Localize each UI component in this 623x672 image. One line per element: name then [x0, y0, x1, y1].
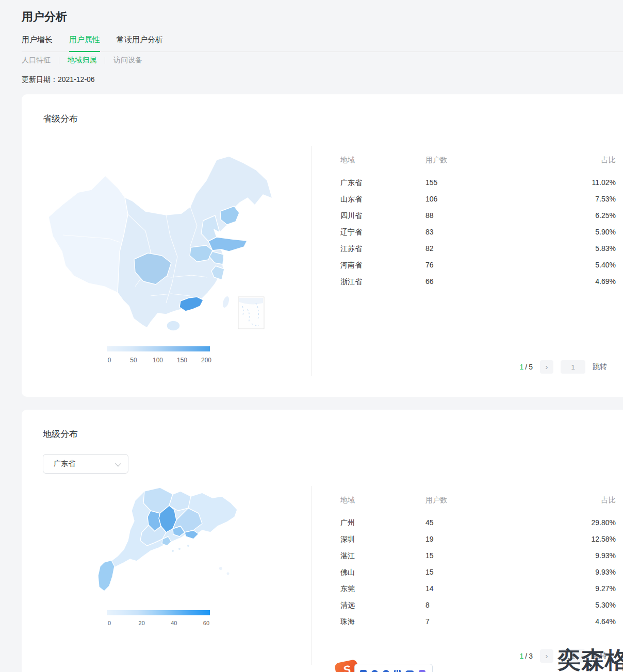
current-page: 1 [520, 652, 524, 660]
sub-tabs: 人口特征 地域归属 访问设备 [22, 56, 142, 65]
province-hainan[interactable] [167, 321, 180, 331]
table-row: 江苏省825.83% [340, 240, 616, 257]
table-row: 深圳1912.58% [340, 531, 616, 547]
users-cell: 106 [425, 191, 503, 207]
legend-tick: 100 [151, 357, 165, 364]
update-date-label: 更新日期： [22, 75, 58, 83]
province-select[interactable]: 广东省 [43, 454, 128, 474]
legend-tick: 150 [175, 357, 189, 364]
table-row: 河南省765.40% [340, 257, 616, 273]
users-cell: 15 [425, 547, 503, 564]
city-table: 地域 用户数 占比 广州4529.80% 深圳1912.58% 湛江159.93… [340, 495, 616, 630]
subtab-region[interactable]: 地域归属 [68, 56, 96, 65]
bolt-icon[interactable] [360, 670, 367, 672]
region-cell: 珠海 [340, 613, 425, 630]
tab-user-growth[interactable]: 用户增长 [22, 35, 53, 52]
islet [187, 545, 189, 547]
islet [227, 573, 229, 575]
legend-tick: 40 [167, 620, 181, 626]
next-page-button[interactable]: › [540, 649, 553, 663]
tab-user-attributes[interactable]: 用户属性 [69, 35, 100, 52]
chevron-down-icon [115, 460, 122, 466]
province-select-value: 广东省 [54, 459, 75, 468]
users-cell: 83 [425, 224, 503, 240]
legend-tick: 0 [102, 620, 117, 626]
toolbar-pill [354, 664, 433, 672]
users-cell: 45 [425, 514, 503, 531]
legend-tick: 0 [102, 357, 117, 364]
islet [172, 550, 174, 552]
card-divider [311, 146, 312, 376]
users-cell: 76 [425, 257, 503, 273]
page-separator: / [525, 363, 527, 371]
region-cell: 东莞 [340, 580, 425, 597]
page-jump-input[interactable] [561, 360, 585, 374]
city-map-legend-labels: 0 20 40 60 [102, 620, 214, 626]
chevron-right-icon: › [546, 651, 548, 660]
subtab-demographics[interactable]: 人口特征 [22, 56, 51, 65]
table-row: 四川省886.25% [340, 207, 616, 224]
user-icon[interactable] [371, 670, 378, 672]
china-map[interactable] [42, 148, 282, 336]
table-row: 辽宁省835.90% [340, 224, 616, 240]
region-cell: 清远 [340, 597, 425, 613]
next-page-button[interactable]: › [540, 360, 553, 374]
guangdong-map[interactable] [83, 485, 248, 608]
header-share: 占比 [601, 495, 616, 505]
south-china-sea-inset [238, 297, 264, 329]
share-cell: 4.69% [595, 273, 616, 290]
share-cell: 4.64% [595, 613, 616, 630]
grid-icon[interactable] [394, 670, 401, 672]
subtab-devices[interactable]: 访问设备 [113, 56, 142, 65]
tab-regular-readers[interactable]: 常读用户分析 [117, 35, 163, 52]
total-pages: 5 [529, 363, 533, 371]
province-shandong[interactable] [208, 237, 247, 251]
jump-link[interactable]: 跳转 [593, 362, 607, 372]
header-users: 用户数 [425, 495, 503, 505]
province-distribution-card: 省级分布 [22, 94, 623, 397]
city-zhanjiang[interactable] [98, 560, 114, 591]
header-users: 用户数 [425, 155, 503, 165]
subtab-separator [105, 57, 105, 64]
china-map-svg[interactable] [42, 148, 282, 334]
share-cell: 12.58% [592, 531, 616, 547]
users-cell: 82 [425, 240, 503, 257]
pin-icon[interactable] [381, 668, 390, 672]
region-cell: 浙江省 [340, 273, 425, 290]
table-row: 山东省1067.53% [340, 191, 616, 207]
legend-tick: 200 [199, 357, 214, 364]
share-cell: 5.30% [595, 597, 616, 613]
table-header: 地域 用户数 占比 [340, 495, 616, 505]
table-row: 东莞149.27% [340, 580, 616, 597]
region-cell: 佛山 [340, 564, 425, 580]
city-distribution-card: 地级分布 广东省 [22, 410, 623, 672]
page-indicator: 1/5 [520, 363, 533, 371]
guangdong-map-svg[interactable] [83, 485, 248, 606]
share-cell: 11.02% [592, 174, 616, 191]
users-cell: 8 [425, 597, 503, 613]
share-cell: 9.93% [595, 564, 616, 580]
users-cell: 7 [425, 613, 503, 630]
region-cell: 深圳 [340, 531, 425, 547]
province-taiwan[interactable] [221, 295, 231, 309]
province-west-region[interactable] [48, 176, 128, 293]
users-cell: 66 [425, 273, 503, 290]
province-card-title: 省级分布 [43, 113, 78, 125]
watermark-text: 奕森格 [558, 645, 623, 672]
region-cell: 辽宁省 [340, 224, 425, 240]
legend-tick: 20 [135, 620, 149, 626]
islet [178, 548, 181, 550]
table-row: 珠海74.64% [340, 613, 616, 630]
city-card-title: 地级分布 [43, 428, 78, 440]
table-header: 地域 用户数 占比 [340, 155, 616, 165]
header-share: 占比 [601, 155, 616, 165]
province-map-legend-labels: 0 50 100 150 200 [102, 357, 214, 364]
users-cell: 14 [425, 580, 503, 597]
puzzle-icon[interactable] [419, 670, 425, 672]
header-region: 地域 [340, 155, 425, 165]
province-map-legend-gradient [107, 346, 210, 351]
page-separator: / [525, 652, 527, 660]
share-cell: 5.83% [595, 240, 616, 257]
city-map-legend-gradient [107, 610, 210, 615]
main-tabs: 用户增长 用户属性 常读用户分析 [22, 35, 623, 52]
